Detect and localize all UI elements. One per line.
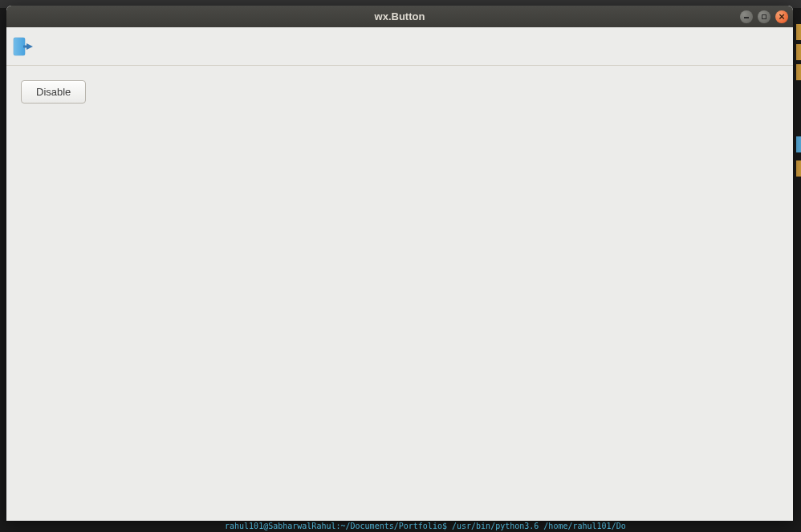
marker [796,44,801,60]
window-controls [740,10,788,23]
titlebar[interactable]: wx.Button [6,6,793,27]
content-panel: Disable [6,66,793,521]
minimize-button[interactable] [740,10,753,23]
terminal-text: rahul101@SabharwalRahul:~/Documents/Port… [225,522,626,530]
disable-button[interactable]: Disable [21,80,86,104]
toolbar [6,27,793,66]
marker [796,64,801,80]
marker [796,160,801,177]
marker [796,24,801,40]
marker [796,136,801,152]
background-terminal: rahul101@SabharwalRahul:~/Documents/Port… [0,520,801,532]
exit-toolbar-button[interactable] [8,31,39,62]
maximize-button[interactable] [758,10,771,23]
window-title: wx.Button [375,10,425,22]
application-window: wx.Button Disable [6,6,793,521]
background-right-markers [795,16,801,257]
close-button[interactable] [775,10,788,23]
exit-icon [12,35,35,58]
svg-rect-1 [14,38,25,55]
